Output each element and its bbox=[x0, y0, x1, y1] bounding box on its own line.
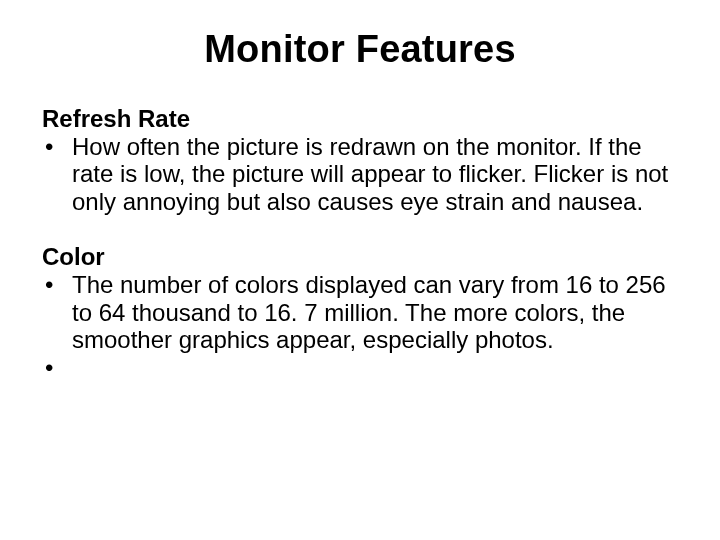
bullet-marker: • bbox=[42, 271, 72, 299]
section-heading: Refresh Rate bbox=[42, 105, 678, 133]
bullet-text: The number of colors displayed can vary … bbox=[72, 271, 678, 354]
bullet-text: How often the picture is redrawn on the … bbox=[72, 133, 678, 216]
bullet-item: • bbox=[42, 354, 678, 382]
section-color: Color • The number of colors displayed c… bbox=[42, 243, 678, 381]
section-heading: Color bbox=[42, 243, 678, 271]
bullet-marker: • bbox=[42, 133, 72, 161]
bullet-item: • The number of colors displayed can var… bbox=[42, 271, 678, 354]
bullet-marker: • bbox=[42, 354, 72, 382]
bullet-item: • How often the picture is redrawn on th… bbox=[42, 133, 678, 216]
section-refresh-rate: Refresh Rate • How often the picture is … bbox=[42, 105, 678, 215]
slide-title: Monitor Features bbox=[42, 28, 678, 71]
